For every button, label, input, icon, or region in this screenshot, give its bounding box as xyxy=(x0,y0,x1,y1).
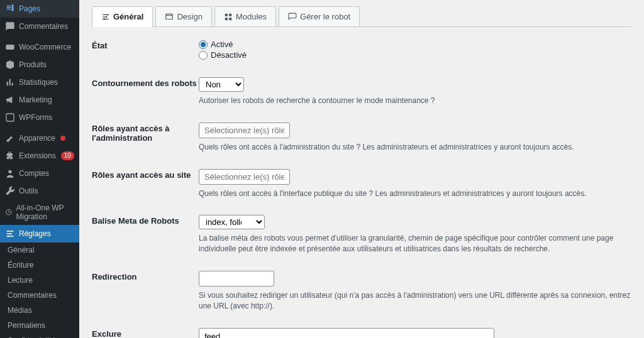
tab-label: Modules xyxy=(236,12,267,21)
roles-admin-input[interactable] xyxy=(199,123,290,138)
menu-label: Comptes xyxy=(19,169,49,178)
redirect-help: Si vous souhaitez rediriger un utilisate… xyxy=(199,290,631,312)
menu-label: Commentaires xyxy=(19,22,68,31)
update-indicator xyxy=(60,136,65,141)
exclude-textarea[interactable] xyxy=(199,328,494,338)
svg-point-7 xyxy=(107,14,108,15)
roles-site-label: Rôles ayant accès au site xyxy=(92,169,199,180)
pages-icon xyxy=(5,4,15,14)
stats-icon xyxy=(5,77,15,87)
menu-label: Pages xyxy=(19,4,40,13)
bypass-select[interactable]: Non xyxy=(199,77,244,92)
state-active-radio[interactable] xyxy=(199,40,208,49)
redirect-input[interactable] xyxy=(199,271,274,286)
megaphone-icon xyxy=(5,95,15,105)
menu-label: Statistiques xyxy=(19,78,58,87)
sub-comments[interactable]: Commentaires xyxy=(0,288,79,303)
svg-rect-12 xyxy=(229,13,231,16)
menu-label: Extensions xyxy=(19,151,56,160)
menu-statistics[interactable]: Statistiques xyxy=(0,74,79,91)
exclude-label: Exclure xyxy=(92,328,199,338)
roles-site-input[interactable] xyxy=(199,169,290,185)
admin-sidebar: Pages Commentaires WooCommerce Produits … xyxy=(0,0,79,338)
menu-label: Outils xyxy=(19,187,38,195)
wrench-icon xyxy=(5,186,15,196)
svg-rect-10 xyxy=(166,14,173,19)
bot-icon xyxy=(288,13,297,21)
sliders-icon xyxy=(5,229,15,239)
svg-rect-1 xyxy=(6,114,14,121)
submenu-settings: Général Écriture Lecture Commentaires Mé… xyxy=(0,243,79,338)
sub-media[interactable]: Médias xyxy=(0,303,79,318)
general-icon xyxy=(101,13,110,21)
menu-label: Réglages xyxy=(19,229,51,238)
menu-migration[interactable]: All-in-One WP Migration xyxy=(0,200,79,225)
menu-label: WooCommerce xyxy=(19,43,71,52)
menu-pages[interactable]: Pages xyxy=(0,0,79,18)
tab-bot[interactable]: Gérer le robot xyxy=(279,6,360,26)
tab-label: Gérer le robot xyxy=(300,12,350,21)
svg-point-4 xyxy=(12,231,14,232)
svg-point-5 xyxy=(10,233,12,235)
sub-writing[interactable]: Écriture xyxy=(0,258,79,273)
radio-label: Activé xyxy=(211,40,233,49)
sub-reading[interactable]: Lecture xyxy=(0,273,79,288)
brush-icon xyxy=(5,133,15,143)
tab-general[interactable]: Général xyxy=(92,6,153,27)
tab-label: Design xyxy=(177,12,202,21)
tab-label: Général xyxy=(113,12,143,21)
roles-site-help: Quels rôles ont accès à l'interface publ… xyxy=(199,188,631,199)
sub-privacy[interactable]: Confidentialité xyxy=(0,333,79,338)
redirect-label: Redirection xyxy=(92,271,199,281)
menu-label: Apparence xyxy=(19,134,55,143)
meta-label: Balise Meta de Robots xyxy=(92,215,199,226)
menu-label: All-in-One WP Migration xyxy=(16,204,74,221)
wpforms-icon xyxy=(5,112,15,123)
tab-design[interactable]: Design xyxy=(155,6,211,26)
state-inactive-radio[interactable] xyxy=(199,51,208,60)
design-icon xyxy=(165,13,174,21)
meta-select[interactable]: index, follow xyxy=(199,215,265,229)
meta-help: La balise méta des robots vous permet d'… xyxy=(199,233,631,254)
svg-rect-11 xyxy=(225,13,228,16)
svg-point-9 xyxy=(104,18,105,19)
badge-count: 10 xyxy=(61,151,74,160)
state-inactive-option[interactable]: Désactivé xyxy=(199,50,631,60)
products-icon xyxy=(5,60,15,70)
main-content: Général Design Modules Gérer le robot Ét… xyxy=(79,0,644,338)
sub-general[interactable]: Général xyxy=(0,243,79,258)
svg-rect-0 xyxy=(6,45,14,50)
menu-label: Marketing xyxy=(19,95,52,104)
bypass-help: Autoriser les robots de recherche à cont… xyxy=(199,95,631,106)
modules-icon xyxy=(224,13,233,21)
state-active-option[interactable]: Activé xyxy=(199,40,631,49)
menu-extensions[interactable]: Extensions 10 xyxy=(0,147,79,165)
woo-icon xyxy=(5,42,15,52)
roles-admin-label: Rôles ayant accès à l'administration xyxy=(92,123,199,143)
menu-users[interactable]: Comptes xyxy=(0,165,79,182)
menu-products[interactable]: Produits xyxy=(0,56,79,74)
plugin-icon xyxy=(5,151,15,161)
menu-appearance[interactable]: Apparence xyxy=(0,129,79,147)
menu-label: Produits xyxy=(19,60,47,69)
migration-icon xyxy=(5,207,13,217)
sub-permalinks[interactable]: Permaliens xyxy=(0,318,79,333)
svg-rect-14 xyxy=(229,18,231,20)
svg-point-2 xyxy=(8,170,11,173)
users-icon xyxy=(5,168,15,178)
menu-wpforms[interactable]: WPForms xyxy=(0,109,79,126)
svg-rect-13 xyxy=(225,18,228,20)
svg-point-8 xyxy=(106,16,107,17)
menu-marketing[interactable]: Marketing xyxy=(0,91,79,109)
menu-label: WPForms xyxy=(19,113,52,122)
tab-modules[interactable]: Modules xyxy=(214,6,276,26)
menu-comments[interactable]: Commentaires xyxy=(0,18,79,35)
menu-tools[interactable]: Outils xyxy=(0,182,79,200)
menu-settings[interactable]: Réglages xyxy=(0,225,79,243)
tab-bar: Général Design Modules Gérer le robot xyxy=(92,6,631,27)
bypass-label: Contournement des robots xyxy=(92,77,199,88)
comment-icon xyxy=(5,21,15,31)
roles-admin-help: Quels rôles ont accès à l'administration… xyxy=(199,142,631,153)
svg-point-6 xyxy=(8,236,9,237)
menu-woocommerce[interactable]: WooCommerce xyxy=(0,38,79,56)
